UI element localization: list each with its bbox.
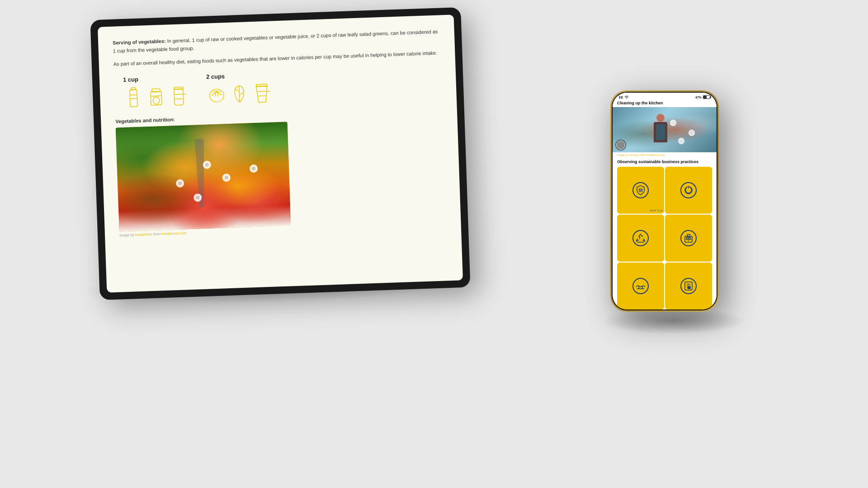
processing-icon (680, 230, 697, 246)
grid-item-food-safety[interactable]: BACK TO ♻ (617, 167, 664, 214)
phone-inner: EE 47% (612, 92, 717, 310)
grid-badge-1: BACK TO ♻ (650, 209, 662, 212)
grid-item-cooperation[interactable] (617, 263, 664, 310)
svg-rect-27 (689, 238, 691, 239)
tablet-device: Serving of vegetables: In general, 1 cup… (90, 7, 470, 300)
svg-rect-4 (151, 91, 162, 105)
cabbage-icon (206, 82, 227, 108)
svg-line-13 (239, 86, 240, 102)
cup-group-1: 1 cup (123, 74, 189, 110)
phone-status-bar: EE 47% (613, 93, 717, 100)
phone-title-bar: Cleaning up the kitchen (613, 100, 717, 107)
svg-rect-0 (130, 89, 137, 107)
svg-line-2 (130, 95, 137, 95)
measuring-cup2-icon (251, 80, 272, 106)
factory-icon (683, 233, 694, 244)
video-hotspot-3[interactable] (678, 138, 684, 144)
chart-report-icon (683, 281, 694, 291)
svg-point-7 (153, 97, 160, 104)
cup1-icons (123, 84, 189, 110)
grid-item-processing[interactable] (665, 215, 712, 262)
cup-group-2: 2 cups (206, 71, 273, 107)
battery-icon (703, 95, 710, 99)
veg-image-bg (116, 122, 291, 231)
svg-line-3 (130, 99, 137, 99)
recycle-icon (632, 230, 649, 246)
battery-percent-text: 47% (695, 96, 702, 99)
carrier-text: EE (619, 96, 623, 99)
scene: Serving of vegetables: In general, 1 cup… (0, 0, 868, 488)
svg-rect-26 (686, 238, 688, 239)
phone-grid: BACK TO ♻ (613, 167, 717, 310)
status-left: EE (619, 95, 629, 99)
shield-fork-icon (635, 185, 646, 196)
cup2-icons (206, 80, 272, 107)
svg-rect-28 (687, 235, 690, 237)
phone-section-title: Observing sustainable business practices (613, 158, 717, 167)
credit-author-link[interactable]: freephotos (135, 232, 152, 237)
credit-source-link[interactable]: freephotos.com (161, 231, 186, 236)
svg-line-6 (151, 96, 161, 96)
person-figure (649, 114, 672, 152)
svg-line-9 (174, 94, 183, 94)
svg-line-16 (259, 96, 266, 96)
power-icon (683, 185, 694, 196)
cups-section: 1 cup (114, 65, 442, 110)
svg-rect-34 (688, 287, 690, 289)
phone-screen: EE 47% (613, 93, 717, 310)
food-safety-icon (632, 182, 649, 198)
hotspot-4[interactable] (193, 193, 202, 202)
jar-icon (146, 84, 167, 110)
handshake-icon (635, 281, 646, 291)
video-avatar-button[interactable] (615, 140, 626, 150)
cooperation-icon (632, 278, 649, 294)
phone-device: EE 47% (610, 90, 719, 312)
cup1-label: 1 cup (123, 76, 138, 83)
person-apron (656, 124, 665, 140)
video-hotspot-1[interactable] (670, 120, 676, 126)
battery-fill (703, 96, 707, 99)
recycle-arrows-icon (635, 233, 646, 244)
avatar (616, 141, 625, 150)
wifi-icon (624, 95, 629, 99)
hotspot-5[interactable] (249, 164, 258, 173)
phone-page-title: Cleaning up the kitchen (617, 101, 663, 105)
video-hotspot-2[interactable] (689, 130, 695, 136)
report-icon (680, 278, 697, 294)
veg-image (116, 122, 291, 231)
svg-line-15 (258, 91, 266, 92)
grid-item-energy[interactable] (665, 167, 712, 214)
person-head (656, 114, 665, 122)
tablet-screen: Serving of vegetables: In general, 1 cup… (98, 14, 463, 292)
leaf-icon (229, 81, 250, 107)
phone-credit-author: courtesy (629, 154, 639, 156)
status-right: 47% (695, 95, 710, 99)
measuring-cup-icon (168, 84, 189, 109)
svg-point-18 (627, 98, 627, 99)
bottle-icon (123, 85, 144, 110)
phone-video-area (613, 107, 717, 152)
grid-item-report[interactable] (665, 263, 712, 310)
grid-item-recycle[interactable] (617, 215, 664, 262)
tablet-content: Serving of vegetables: In general, 1 cup… (98, 14, 463, 292)
person-body (654, 122, 667, 142)
phone-credit-source: freephotos.com (646, 154, 665, 156)
cup2-label: 2 cups (206, 73, 225, 80)
phone-image-credit: Image by courtesy from freephotos.com (613, 152, 717, 158)
energy-icon (680, 182, 697, 198)
svg-line-10 (175, 99, 184, 99)
